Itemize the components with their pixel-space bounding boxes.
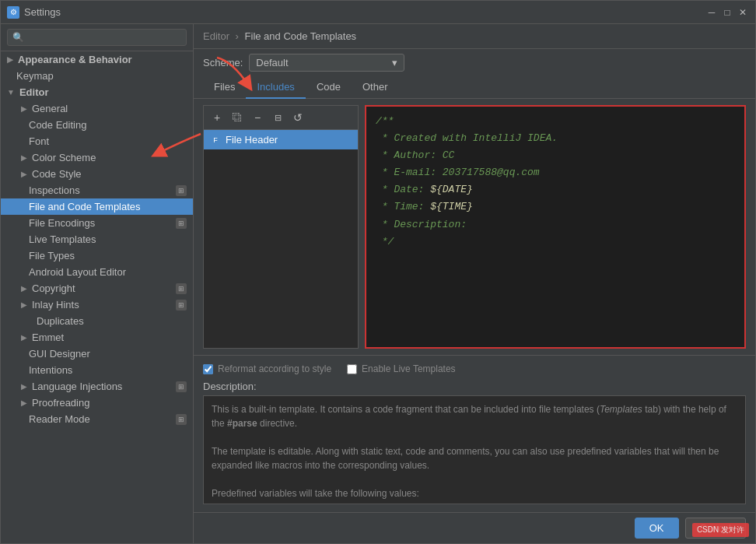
sidebar-item-copyright[interactable]: ▶ Copyright ⊞ xyxy=(1,280,193,297)
scheme-label: Scheme: xyxy=(203,57,243,68)
duplicate-template-button[interactable]: ⊟ xyxy=(269,109,286,126)
template-area: + ⿻ − ⊟ ↺ F File Header xyxy=(194,99,755,355)
code-line-1: /** xyxy=(376,113,735,130)
sidebar-item-emmet[interactable]: ▶ Emmet xyxy=(1,329,193,346)
breadcrumb-separator: › xyxy=(236,30,242,42)
chevron-right-icon: ▶ xyxy=(21,300,27,309)
tab-includes[interactable]: Includes xyxy=(246,76,305,99)
code-content[interactable]: /** * Created with IntelliJ IDEA. * Auth… xyxy=(366,107,744,347)
maximize-button[interactable]: □ xyxy=(721,6,733,19)
code-editor-panel[interactable]: /** * Created with IntelliJ IDEA. * Auth… xyxy=(365,105,746,349)
sidebar-item-label: Appearance & Behavior xyxy=(18,54,132,65)
chevron-right-icon: ▶ xyxy=(21,104,27,113)
sidebar-item-label: Duplicates xyxy=(37,315,84,327)
copy-template-button[interactable]: ⿻ xyxy=(229,109,246,126)
live-templates-checkbox-label[interactable]: Enable Live Templates xyxy=(347,363,456,374)
description-text-3: Predefined variables will take the follo… xyxy=(212,488,419,499)
sidebar-item-file-encodings[interactable]: File Encodings ⊞ xyxy=(1,215,193,231)
app-icon: ⚙ xyxy=(7,6,19,19)
code-line-7: * Description: xyxy=(376,216,735,233)
reset-template-button[interactable]: ↺ xyxy=(289,109,306,126)
code-line-2: * Created with IntelliJ IDEA. xyxy=(376,130,735,147)
title-bar: ⚙ Settings ─ □ ✕ xyxy=(1,1,755,24)
sidebar-item-editor[interactable]: ▼ Editor xyxy=(1,84,193,100)
sidebar-item-label: General xyxy=(32,103,68,114)
chevron-right-icon: ▶ xyxy=(21,382,27,391)
sidebar-item-reader-mode[interactable]: Reader Mode ⊞ xyxy=(1,411,193,427)
description-text-1: This is a built-in template. It contains… xyxy=(212,404,726,429)
var-row-package: ${PACKAGE_NAME} name of the package in w… xyxy=(212,504,737,504)
sidebar-item-inlay-hints[interactable]: ▶ Inlay Hints ⊞ xyxy=(1,297,193,313)
sidebar-item-label: Android Layout Editor xyxy=(29,266,126,278)
breadcrumb-part-editor: Editor xyxy=(203,30,229,42)
sidebar-item-label: Reader Mode xyxy=(29,413,90,425)
sidebar-item-label: Editor xyxy=(19,86,49,98)
file-icon: F xyxy=(210,135,221,146)
remove-template-button[interactable]: − xyxy=(249,109,266,126)
scheme-dropdown[interactable]: Default ▾ xyxy=(249,54,404,72)
template-list-items: F File Header xyxy=(204,130,358,348)
sidebar-item-intentions[interactable]: Intentions xyxy=(1,362,193,378)
ok-button[interactable]: OK xyxy=(635,518,679,539)
close-button[interactable]: ✕ xyxy=(737,6,749,19)
reformat-label: Reformat according to style xyxy=(218,363,331,374)
var-name-package: ${PACKAGE_NAME} xyxy=(212,504,352,504)
chevron-right-icon: ▶ xyxy=(21,398,27,407)
sidebar-item-proofreading[interactable]: ▶ Proofreading xyxy=(1,395,193,411)
template-item-label: File Header xyxy=(226,134,278,146)
description-title: Description: xyxy=(203,381,746,392)
sidebar-item-android-layout-editor[interactable]: Android Layout Editor xyxy=(1,264,193,280)
sidebar-item-label: Copyright xyxy=(32,283,75,294)
code-line-8: */ xyxy=(376,233,735,251)
tab-files[interactable]: Files xyxy=(203,76,246,99)
sidebar-item-live-templates[interactable]: Live Templates xyxy=(1,231,193,247)
sidebar-item-label: File Types xyxy=(29,250,75,261)
sidebar-item-language-injections[interactable]: ▶ Language Injections ⊞ xyxy=(1,378,193,395)
sidebar-item-duplicates[interactable]: Duplicates xyxy=(1,313,193,329)
chevron-right-icon: ▶ xyxy=(21,333,27,342)
tab-code[interactable]: Code xyxy=(306,76,352,99)
sidebar-item-file-and-code-templates[interactable]: File and Code Templates xyxy=(1,198,193,215)
live-templates-label: Enable Live Templates xyxy=(362,363,456,374)
search-input[interactable] xyxy=(7,29,187,46)
template-toolbar: + ⿻ − ⊟ ↺ xyxy=(204,106,358,130)
sidebar-item-label: Intentions xyxy=(29,364,72,376)
window-controls: ─ □ ✕ xyxy=(705,6,749,19)
chevron-right-icon: ▶ xyxy=(21,170,27,178)
sidebar-item-label: File and Code Templates xyxy=(29,201,141,212)
sidebar-item-font[interactable]: Font xyxy=(1,133,193,149)
sidebar-item-gui-designer[interactable]: GUI Designer xyxy=(1,346,193,362)
sidebar: ▶ Appearance & Behavior Keymap ▼ Editor … xyxy=(1,24,194,543)
sidebar-item-general[interactable]: ▶ General xyxy=(1,100,193,117)
description-box: This is a built-in template. It contains… xyxy=(203,395,746,504)
reformat-checkbox-label[interactable]: Reformat according to style xyxy=(203,363,331,374)
sidebar-item-label: Code Editing xyxy=(29,119,86,131)
sidebar-item-code-editing[interactable]: Code Editing xyxy=(1,117,193,133)
badge-icon: ⊞ xyxy=(176,185,187,196)
sidebar-item-appearance[interactable]: ▶ Appearance & Behavior xyxy=(1,51,193,68)
sidebar-item-label: Code Style xyxy=(32,168,82,180)
main-content: Editor › File and Code Templates Scheme:… xyxy=(194,24,755,543)
sidebar-item-color-scheme[interactable]: ▶ Color Scheme xyxy=(1,149,193,166)
live-templates-checkbox[interactable] xyxy=(347,364,357,374)
sidebar-item-label: File Encodings xyxy=(29,217,95,229)
sidebar-item-label: Proofreading xyxy=(32,397,89,409)
tab-other[interactable]: Other xyxy=(352,76,399,99)
sidebar-item-label: Keymap xyxy=(16,70,54,82)
reformat-checkbox[interactable] xyxy=(203,364,213,374)
sidebar-item-label: Language Injections xyxy=(32,381,122,392)
scheme-row: Scheme: Default ▾ xyxy=(194,49,755,76)
sidebar-item-inspections[interactable]: Inspections ⊞ xyxy=(1,182,193,198)
badge-icon: ⊞ xyxy=(176,300,187,311)
sidebar-item-code-style[interactable]: ▶ Code Style xyxy=(1,166,193,182)
template-item-file-header[interactable]: F File Header xyxy=(204,130,358,149)
sidebar-item-file-types[interactable]: File Types xyxy=(1,247,193,264)
description-section: Description: This is a built-in template… xyxy=(203,377,746,507)
scheme-value: Default xyxy=(256,57,288,68)
badge-icon: ⊞ xyxy=(176,283,187,294)
breadcrumb-part-active: File and Code Templates xyxy=(245,30,357,42)
add-template-button[interactable]: + xyxy=(208,109,226,126)
minimize-button[interactable]: ─ xyxy=(705,6,718,19)
sidebar-item-keymap[interactable]: Keymap xyxy=(1,68,193,84)
settings-window: ⚙ Settings ─ □ ✕ ▶ Appearance & Behavior… xyxy=(0,0,756,544)
